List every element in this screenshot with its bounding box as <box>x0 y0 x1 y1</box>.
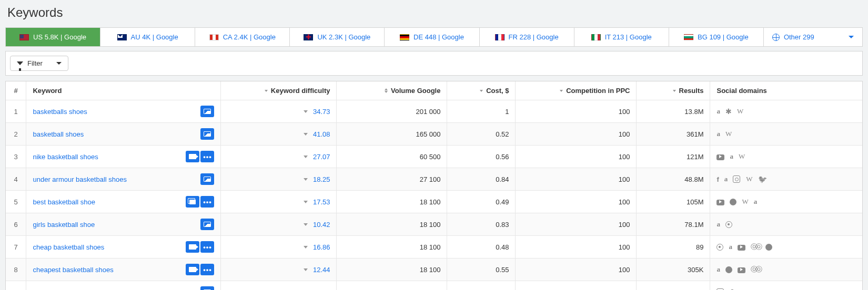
col-header-cost[interactable]: Cost, $ <box>447 81 516 100</box>
cost-value: 0.56 <box>447 146 516 168</box>
social-icons-group: aW <box>716 130 856 138</box>
video-action-button[interactable] <box>186 151 199 162</box>
tab-fr[interactable]: FR 228 | Google <box>480 28 574 46</box>
tab-label: AU 4K | Google <box>131 33 178 41</box>
kd-value[interactable]: 34.73 <box>313 108 330 116</box>
toolbar: Filter <box>5 51 863 76</box>
image-action-button[interactable] <box>200 173 214 185</box>
kd-value[interactable]: 17.53 <box>313 198 330 206</box>
tab-label: CA 2.4K | Google <box>223 33 276 41</box>
col-header-results[interactable]: Results <box>637 81 710 100</box>
flag-it-icon <box>591 34 601 40</box>
tab-us[interactable]: US 5.8K | Google <box>6 28 100 46</box>
image-action-button[interactable] <box>200 286 214 290</box>
keyword-link[interactable]: adidas basketball shoes <box>33 288 106 291</box>
row-number: 4 <box>6 168 26 191</box>
amazon-icon: a <box>716 265 720 274</box>
reddit-icon <box>765 244 772 251</box>
volume-value: 18 100 <box>337 258 447 281</box>
kd-value[interactable]: 12.44 <box>313 266 330 274</box>
more-action-button[interactable]: ••• <box>200 241 214 253</box>
keyword-link[interactable]: best basketball shoe <box>33 198 95 206</box>
keyword-link[interactable]: basketball shoes <box>33 130 84 138</box>
tab-label: FR 228 | Google <box>509 33 559 41</box>
keyword-link[interactable]: girls basketball shoe <box>33 221 95 229</box>
table-header-row: # Keyword Keyword difficulty <box>6 81 862 100</box>
tab-de[interactable]: DE 448 | Google <box>385 28 479 46</box>
amazon-icon: a <box>730 152 733 161</box>
kd-value[interactable]: 10.42 <box>313 221 330 229</box>
results-value: 121M <box>637 146 710 168</box>
results-value: 305K <box>637 258 710 281</box>
tab-it[interactable]: IT 213 | Google <box>574 28 669 46</box>
cost-value: 0.48 <box>447 236 516 258</box>
keyword-link[interactable]: nike basketball shoes <box>33 153 98 161</box>
image-action-button[interactable] <box>200 106 214 117</box>
social-icons-group: aⓞⓞ <box>716 242 856 252</box>
col-header-competition[interactable]: Competition in PPC <box>516 81 637 100</box>
table-row: 5best basketball shoe•••17.5318 1000.491… <box>6 191 862 213</box>
flag-ca-icon <box>209 34 219 40</box>
kd-value[interactable]: 27.07 <box>313 153 330 161</box>
tab-ca[interactable]: CA 2.4K | Google <box>195 28 290 46</box>
volume-value: 18 100 <box>337 236 447 258</box>
video-action-button[interactable] <box>186 241 199 253</box>
results-value: 78.1M <box>637 213 710 236</box>
col-header-volume[interactable]: Volume Google <box>337 81 447 100</box>
expand-icon[interactable] <box>304 246 308 248</box>
sort-desc-icon <box>265 90 268 92</box>
tab-bg[interactable]: BG 109 | Google <box>669 28 764 46</box>
row-number: 9 <box>6 281 26 291</box>
kd-value[interactable]: 41.08 <box>313 130 330 138</box>
keywords-table: # Keyword Keyword difficulty <box>6 81 862 290</box>
cost-value: 0.83 <box>447 213 516 236</box>
image-action-button[interactable] <box>200 219 214 230</box>
table-row: 8cheapest basketball shoes•••12.4418 100… <box>6 258 862 281</box>
expand-icon[interactable] <box>304 268 308 271</box>
video-action-button[interactable] <box>186 264 199 275</box>
image-action-button[interactable] <box>200 128 214 140</box>
wikipedia-icon: W <box>742 198 748 206</box>
keyword-link[interactable]: cheapest basketball shoes <box>33 266 113 274</box>
col-header-kd[interactable]: Keyword difficulty <box>221 81 337 100</box>
tab-globe[interactable]: Other 299 <box>764 28 862 46</box>
page-container: Keywords US 5.8K | GoogleAU 4K | GoogleC… <box>0 0 868 290</box>
filter-button[interactable]: Filter <box>10 56 68 71</box>
kd-value[interactable]: 18.25 <box>313 175 330 183</box>
more-action-button[interactable]: ••• <box>200 196 214 208</box>
more-action-button[interactable]: ••• <box>200 264 214 275</box>
cost-value: 0.84 <box>447 168 516 191</box>
youtube-icon <box>716 199 724 205</box>
expand-icon[interactable] <box>304 201 308 203</box>
expand-icon[interactable] <box>304 178 308 181</box>
more-action-button[interactable]: ••• <box>200 151 214 162</box>
keyword-link[interactable]: cheap basketball shoes <box>33 243 104 251</box>
col-header-keyword[interactable]: Keyword <box>26 81 221 100</box>
tab-uk[interactable]: UK 2.3K | Google <box>290 28 385 46</box>
reddit-icon <box>730 199 736 205</box>
keyword-link[interactable]: basketballs shoes <box>33 108 87 116</box>
kd-value[interactable]: 16.86 <box>313 243 330 251</box>
expand-icon[interactable] <box>304 110 308 113</box>
flag-bg-icon <box>684 34 693 40</box>
amazon-icon: a <box>724 175 728 183</box>
tab-au[interactable]: AU 4K | Google <box>100 28 195 46</box>
expand-icon[interactable] <box>304 223 308 226</box>
competition-value: 100 <box>516 191 637 213</box>
expand-icon[interactable] <box>304 156 308 158</box>
cards-action-button[interactable] <box>186 196 199 208</box>
results-value: 105M <box>637 191 710 213</box>
col-header-number[interactable]: # <box>6 81 26 100</box>
amazon-icon: a <box>716 220 720 229</box>
youtube-icon <box>716 154 724 160</box>
keyword-link[interactable]: under armour basketball shoes <box>33 175 127 183</box>
video-icon <box>189 154 196 159</box>
expand-icon[interactable] <box>304 133 308 136</box>
tripadvisor-icon: ⓞⓞ <box>751 242 760 252</box>
cost-value: 0.52 <box>447 123 516 146</box>
tab-label: US 5.8K | Google <box>33 33 86 41</box>
flag-de-icon <box>400 34 409 40</box>
results-value: 48.8M <box>637 168 710 191</box>
kd-value[interactable]: 11.31 <box>313 288 330 291</box>
filter-icon <box>17 61 23 65</box>
